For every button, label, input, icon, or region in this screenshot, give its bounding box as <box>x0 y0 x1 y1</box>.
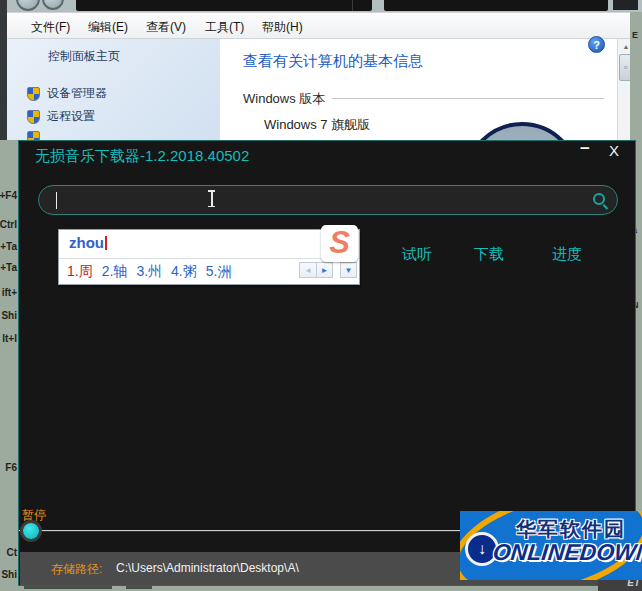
column-header: 下载 <box>474 245 504 264</box>
ibeam-cursor-icon <box>206 190 217 207</box>
menu-item[interactable]: 查看(V) <box>146 19 186 36</box>
ime-menu-button[interactable]: ▼ <box>340 262 357 278</box>
close-button[interactable]: X <box>605 142 623 160</box>
text-caret <box>56 192 57 209</box>
ime-candidate[interactable]: 2.轴 <box>102 263 128 281</box>
shortcut-text-fragment: Shi <box>1 569 17 580</box>
section-title: Windows 版本 <box>243 90 325 108</box>
ime-divider <box>59 258 359 259</box>
ime-composition-text: zhou <box>69 234 107 251</box>
app-window-title: 无损音乐下载器-1.2.2018.40502 <box>35 147 249 166</box>
progress-slider-knob[interactable] <box>23 523 39 539</box>
ime-candidate[interactable]: 3.州 <box>136 263 162 281</box>
menu-item[interactable]: 帮助(H) <box>262 19 303 36</box>
search-input[interactable] <box>38 185 618 215</box>
scrollbar-thumb[interactable]: ≡ <box>619 54 630 81</box>
ime-candidate[interactable]: 1.周 <box>67 263 93 281</box>
column-header: 试听 <box>402 245 432 264</box>
save-path-label: 存储路径: <box>51 561 102 578</box>
watermark-site-name: ONLINEDOWN <box>492 539 642 565</box>
menu-item[interactable]: 编辑(E) <box>88 19 128 36</box>
uac-shield-icon <box>27 131 40 140</box>
help-icon[interactable]: ? <box>588 36 605 53</box>
ime-prev-page-button[interactable]: ◄ <box>299 262 316 278</box>
sidebar-item-control-panel-home[interactable]: 控制面板主页 <box>48 48 120 65</box>
background-window-left-fragments: +F4Ctrl+Ta+Taift+Shilt+lF6CtShi <box>0 140 18 591</box>
list-column-headers: 试听下载进度 <box>384 245 624 265</box>
pause-button[interactable]: 暂停 <box>22 507 46 524</box>
address-bar[interactable] <box>76 0 372 11</box>
explorer-search-box[interactable] <box>384 0 608 11</box>
shortcut-text-fragment: lt+l <box>2 333 17 344</box>
page-title: 查看有关计算机的基本信息 <box>243 52 423 71</box>
control-panel-sidebar: 控制面板主页 设备管理器 远程设置 <box>7 39 220 140</box>
ime-candidate-popup: zhou 1.周2.轴3.州4.粥5.洲 ◄ ► ▼ S <box>58 229 360 285</box>
shortcut-text-fragment: +Ta <box>0 241 17 252</box>
system-window-body: 控制面板主页 设备管理器 远程设置 查看有关计算机的基本信息 Windows 版… <box>7 39 630 140</box>
sidebar-item-label: 设备管理器 <box>47 85 107 102</box>
menu-bar: 文件(F)编辑(E)查看(V)工具(T)帮助(H) <box>7 12 630 39</box>
uac-shield-icon <box>27 87 40 101</box>
uac-shield-icon <box>27 110 40 124</box>
shortcut-text-fragment: ift+ <box>2 287 17 298</box>
shortcut-text-fragment: Ctrl <box>0 219 17 230</box>
column-header: 进度 <box>552 245 582 264</box>
search-icon[interactable] <box>593 193 605 205</box>
save-path-value[interactable]: C:\Users\Administrator\Desktop\A\ <box>116 561 299 575</box>
shortcut-text-fragment: Ct <box>6 547 17 558</box>
windows-edition-text: Windows 7 旗舰版 <box>264 116 370 134</box>
sidebar-item-remote-settings[interactable]: 远程设置 <box>27 108 95 125</box>
menu-item[interactable]: 文件(F) <box>31 19 70 36</box>
window-left-edge <box>0 0 7 140</box>
minimize-button[interactable]: − <box>575 139 595 157</box>
control-panel-main: 查看有关计算机的基本信息 Windows 版本 Windows 7 旗舰版 <box>220 39 617 140</box>
shortcut-text-fragment: F6 <box>5 462 17 473</box>
ime-candidate-list: 1.周2.轴3.州4.粥5.洲 <box>67 263 231 281</box>
scrollbar[interactable]: ▲ ≡ <box>617 39 630 140</box>
sogou-logo-icon: S <box>321 225 358 262</box>
screen: +F4Ctrl+Ta+Taift+Shilt+lF6CtShi EaNt ET … <box>0 0 642 591</box>
ime-candidate[interactable]: 4.粥 <box>171 263 197 281</box>
system-window: 文件(F)编辑(E)查看(V)工具(T)帮助(H) 控制面板主页 设备管理器 远… <box>0 0 642 140</box>
sidebar-item-clipped[interactable] <box>27 131 40 140</box>
shortcut-text-fragment: Shi <box>1 310 17 321</box>
menu-item[interactable]: 工具(T) <box>205 19 244 36</box>
scrollbar-up-arrow-icon[interactable]: ▲ <box>619 40 630 53</box>
sidebar-item-label: 远程设置 <box>47 108 95 125</box>
topbar-corner-element <box>613 0 638 10</box>
section-divider <box>332 98 604 99</box>
huajun-watermark: ↓ 华军软件园 ONLINEDOWN.NET <box>460 511 642 580</box>
ime-candidate[interactable]: 5.洲 <box>206 263 232 281</box>
windows-logo-circle <box>464 122 580 140</box>
watermark-en-text: ONLINEDOWN.NET <box>492 539 642 566</box>
sidebar-item-device-manager[interactable]: 设备管理器 <box>27 85 107 102</box>
ime-next-page-button[interactable]: ► <box>316 262 333 278</box>
shortcut-text-fragment: +F4 <box>0 190 17 201</box>
shortcut-text-fragment: +Ta <box>0 262 17 273</box>
